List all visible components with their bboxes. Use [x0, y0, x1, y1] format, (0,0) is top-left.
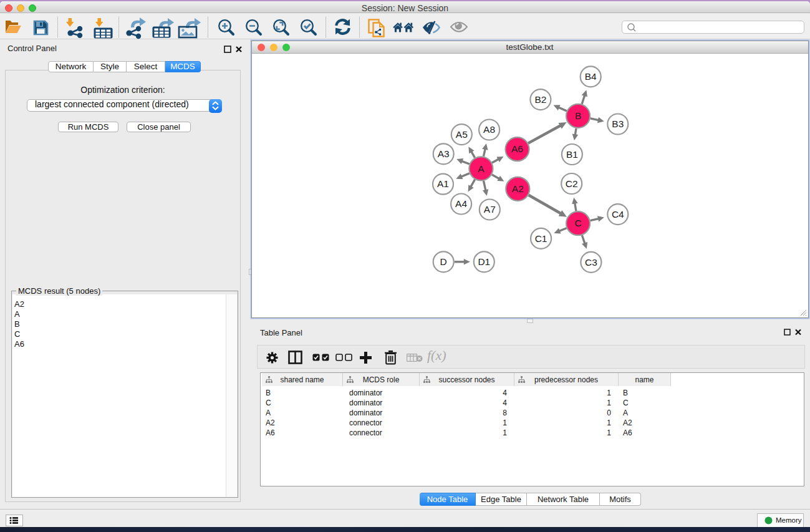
svg-text:A2: A2	[511, 183, 523, 194]
svg-text:D1: D1	[478, 256, 490, 267]
svg-text:A1: A1	[437, 178, 449, 189]
svg-text:A7: A7	[483, 204, 495, 215]
svg-text:C2: C2	[565, 178, 577, 189]
svg-text:D: D	[440, 256, 446, 267]
svg-text:A: A	[478, 163, 485, 174]
svg-text:C3: C3	[584, 257, 597, 268]
svg-text:B1: B1	[566, 149, 577, 160]
svg-text:C4: C4	[611, 209, 624, 220]
svg-text:B2: B2	[534, 94, 546, 105]
svg-text:B4: B4	[584, 71, 596, 82]
svg-text:A5: A5	[455, 129, 467, 140]
svg-text:A3: A3	[437, 148, 449, 159]
svg-text:C1: C1	[534, 233, 547, 244]
svg-text:B: B	[574, 110, 581, 121]
svg-text:C: C	[574, 218, 581, 228]
svg-text:A4: A4	[455, 198, 467, 209]
svg-text:A8: A8	[483, 124, 495, 135]
svg-text:B3: B3	[612, 118, 624, 129]
svg-text:A6: A6	[511, 143, 523, 154]
